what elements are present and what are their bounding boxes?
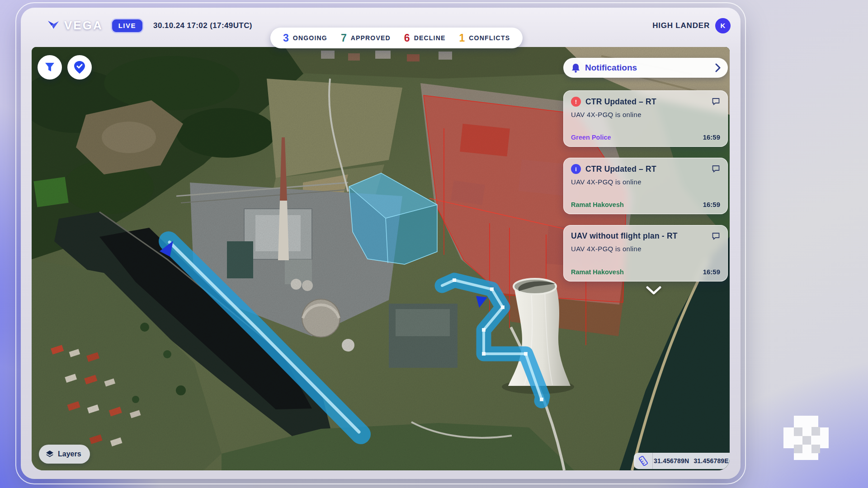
notifications-header[interactable]: Notifications xyxy=(563,58,728,78)
filter-button[interactable] xyxy=(38,55,62,80)
notification-title: CTR Updated – RT xyxy=(585,164,707,174)
chat-icon[interactable] xyxy=(712,98,720,106)
notification-source: Ramat Hakovesh xyxy=(571,268,624,276)
notification-message: UAV 4X-PGQ is online xyxy=(571,245,720,253)
notification-message: UAV 4X-PGQ is online xyxy=(571,111,720,118)
notification-card[interactable]: UAV without flight plan - RT UAV 4X-PGQ … xyxy=(563,225,728,282)
stat-ongoing-label: ONGOING xyxy=(293,34,327,42)
stat-conflicts[interactable]: 1 CONFLICTS xyxy=(459,32,510,44)
app-window: VEGA LIVE 30.10.24 17:02 (17:49UTC) HIGH… xyxy=(21,8,741,479)
chevron-right-icon[interactable] xyxy=(715,63,721,72)
user-name: HIGH LANDER xyxy=(652,21,710,30)
ruler-icon xyxy=(639,456,648,466)
stat-decline-label: DECLINE xyxy=(414,34,446,42)
mission-stats-bar: 3 ONGOING 7 APPROVED 6 DECLINE 1 CONFLIC… xyxy=(270,28,523,48)
vega-bird-icon xyxy=(47,20,60,32)
alert-badge-icon: ! xyxy=(571,97,581,107)
stat-ongoing[interactable]: 3 ONGOING xyxy=(283,32,327,44)
pin-check-icon xyxy=(73,61,86,74)
datetime-label: 30.10.24 17:02 (17:49UTC) xyxy=(153,21,252,30)
notification-time: 16:59 xyxy=(703,201,720,208)
notification-title: UAV without flight plan - RT xyxy=(571,231,707,241)
verify-location-button[interactable] xyxy=(67,55,92,80)
checkered-logo xyxy=(783,416,829,460)
layers-button[interactable]: Layers xyxy=(39,445,90,464)
notification-source: Green Police xyxy=(571,134,611,141)
funnel-icon xyxy=(44,61,56,73)
notifications-title: Notifications xyxy=(585,63,637,73)
stat-decline[interactable]: 6 DECLINE xyxy=(404,32,446,44)
chat-icon[interactable] xyxy=(712,165,720,173)
notifications-panel: Notifications ! CTR Updated – RT UAV 4X-… xyxy=(563,58,728,282)
vega-logo: VEGA xyxy=(47,19,103,33)
layers-label: Layers xyxy=(58,450,81,458)
map-canvas[interactable]: Notifications ! CTR Updated – RT UAV 4X-… xyxy=(32,47,730,470)
notification-source: Ramat Hakovesh xyxy=(571,201,624,208)
notification-card[interactable]: i CTR Updated – RT UAV 4X-PGQ is online … xyxy=(563,158,728,214)
chevron-down-icon[interactable] xyxy=(646,286,662,296)
latitude-value: 31.456789N xyxy=(654,457,689,465)
stat-conflicts-count: 1 xyxy=(459,32,465,44)
coordinates-readout: 31.456789N 31.456789E xyxy=(634,453,730,469)
notification-time: 16:59 xyxy=(703,133,720,141)
stat-decline-count: 6 xyxy=(404,32,410,44)
stat-approved[interactable]: 7 APPROVED xyxy=(341,32,391,44)
stat-approved-label: APPROVED xyxy=(351,34,391,42)
live-badge: LIVE xyxy=(112,19,142,32)
chat-icon[interactable] xyxy=(712,232,720,240)
notification-card[interactable]: ! CTR Updated – RT UAV 4X-PGQ is online … xyxy=(563,90,728,147)
stat-conflicts-label: CONFLICTS xyxy=(469,34,510,42)
stat-ongoing-count: 3 xyxy=(283,32,289,44)
user-avatar[interactable]: K xyxy=(715,18,731,33)
notification-title: CTR Updated – RT xyxy=(585,97,707,107)
longitude-value: 31.456789E xyxy=(693,457,729,465)
info-badge-icon: i xyxy=(571,164,581,174)
brand-name: VEGA xyxy=(64,19,103,33)
ruler-button[interactable] xyxy=(634,453,653,469)
stat-approved-count: 7 xyxy=(341,32,347,44)
layers-icon xyxy=(46,450,54,458)
notification-time: 16:59 xyxy=(703,268,720,276)
notification-message: UAV 4X-PGQ is online xyxy=(571,178,720,186)
bell-icon xyxy=(571,63,580,73)
